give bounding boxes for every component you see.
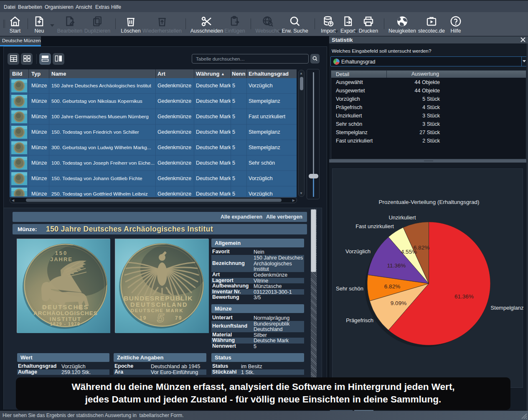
svg-text:4.55%: 4.55% [401,249,417,255]
svg-text:11.36%: 11.36% [387,262,406,269]
svg-text:Fast unzirkuliert: Fast unzirkuliert [355,223,394,229]
svg-text:79: 79 [175,315,182,321]
svg-text:5: 5 [157,311,165,325]
svg-text:BUNDESREPUBLIK: BUNDESREPUBLIK [124,295,193,302]
svg-text:6.82%: 6.82% [384,283,400,290]
svg-text:Vorzüglich: Vorzüglich [345,248,371,255]
svg-text:1829 - 1979: 1829 - 1979 [50,321,81,326]
svg-text:ARCHÄOLOGISCHES: ARCHÄOLOGISCHES [33,310,98,316]
svg-text:9.09%: 9.09% [391,300,406,306]
svg-text:DEUTSCHES: DEUTSCHES [42,304,89,311]
svg-text:Prozentuale-Verteilung (Erhalt: Prozentuale-Verteilung (Erhaltungsgrad) [379,199,480,205]
svg-text:Prägefrisch: Prägefrisch [346,317,373,323]
svg-text:19: 19 [140,315,147,321]
svg-text:61.36%: 61.36% [454,293,474,300]
svg-text:JAHRE: JAHRE [50,256,73,262]
svg-text:Stempelglanz: Stempelglanz [491,305,523,311]
svg-text:DEUTSCHLAND: DEUTSCHLAND [130,301,188,308]
svg-text:Sehr schön: Sehr schön [336,285,363,292]
svg-text:150: 150 [55,250,68,256]
svg-text:Unzirkuliert: Unzirkuliert [388,214,416,221]
